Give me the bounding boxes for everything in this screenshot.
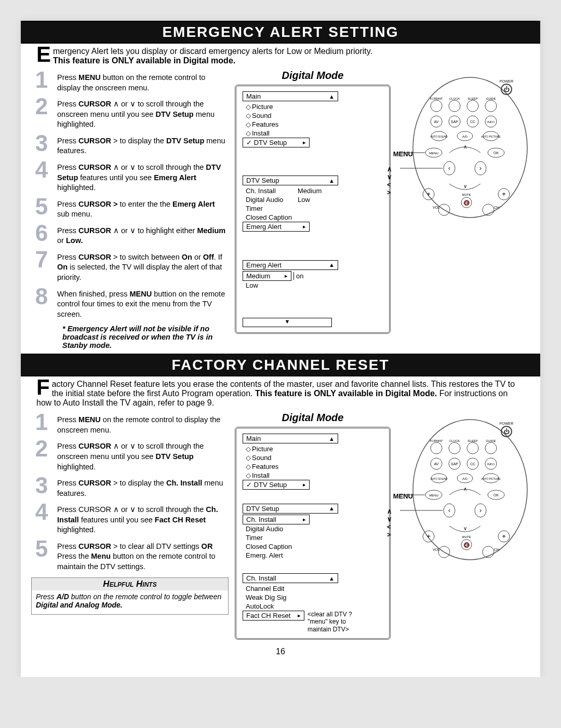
svg-point-7	[449, 100, 460, 112]
svg-text:+: +	[502, 190, 506, 198]
svg-text:MENU: MENU	[429, 494, 438, 497]
manual-page: EMERGENCY ALERT SETTING E mergency Alert…	[21, 21, 540, 677]
svg-point-5	[431, 100, 442, 112]
svg-text:FORMAT: FORMAT	[430, 97, 443, 100]
svg-text:🔇: 🔇	[463, 542, 470, 548]
step-text: Press CURSOR > to display the DTV Setup …	[57, 133, 229, 156]
right-arrow-icon: ▸	[303, 223, 306, 230]
step-number: 3	[31, 475, 52, 496]
remote-icon: POWER ⏻ FORMAT CLOCK SLEEP GUIDE AV SAP …	[400, 70, 530, 225]
step-text: Press CURSOR > to enter the the Emerg Al…	[57, 196, 229, 220]
steps-column-factory: 1 Press MENU on the remote control to di…	[31, 412, 229, 640]
step-number: 5	[31, 538, 52, 559]
step-number: 7	[31, 249, 52, 270]
svg-point-11	[485, 100, 497, 112]
intro-emergency: E mergency Alert lets you display or dis…	[21, 44, 540, 66]
emerg-alert-menu: Emerg Alert▲ Medium▸on Low	[243, 260, 383, 290]
step-number: 6	[31, 223, 52, 244]
svg-text:CLOCK: CLOCK	[449, 439, 460, 442]
helpful-hints-title: Helpful Hints	[32, 578, 228, 590]
svg-text:MUTE: MUTE	[462, 193, 471, 196]
up-arrow-icon: ▲	[329, 93, 335, 100]
dropcap: E	[36, 47, 53, 62]
page-number: 16	[21, 640, 540, 656]
step-text: Press CURSOR > to display the Ch. Instal…	[57, 475, 229, 498]
tv-screen: Main▲ ◇Picture ◇Sound ◇Features ◇Install…	[235, 85, 391, 334]
step-text: When finished, press MENU buttion on the…	[57, 286, 229, 320]
svg-text:⏻: ⏻	[504, 428, 510, 435]
svg-text:A/D: A/D	[462, 477, 468, 480]
step-text: Press CURSOR > to clear all DTV settings…	[57, 538, 229, 572]
svg-text:∧: ∧	[463, 144, 467, 150]
main-menu: Main▲ ◇Picture ◇Sound ◇Features ◇Install…	[243, 434, 383, 490]
digital-mode-title: Digital Mode	[235, 412, 391, 424]
svg-text:+: +	[502, 532, 506, 540]
svg-text:SLEEP: SLEEP	[468, 439, 477, 442]
right-arrow-icon: ▸	[303, 139, 306, 146]
svg-text:GUIDE: GUIDE	[486, 97, 496, 100]
step-number: 8	[31, 286, 52, 307]
svg-text:CH: CH	[494, 548, 499, 551]
svg-text:⏻: ⏻	[504, 86, 510, 92]
svg-text:CC: CC	[470, 120, 475, 124]
svg-text:AV: AV	[434, 462, 439, 466]
svg-point-54	[431, 442, 442, 454]
svg-text:POWER: POWER	[500, 79, 513, 83]
digital-mode-title: Digital Mode	[235, 70, 391, 82]
svg-text:POWER: POWER	[500, 422, 513, 425]
cursor-callout: ∧ ∨ < >	[387, 507, 392, 538]
steps-column-emergency: 1 Press MENU button on the remote contro…	[31, 70, 229, 349]
svg-text:∨: ∨	[463, 183, 467, 189]
svg-text:‹: ‹	[448, 507, 450, 514]
svg-text:OK: OK	[493, 151, 499, 155]
helpful-hints-body: Press A/D button on the remote control t…	[32, 590, 228, 611]
step-number: 3	[31, 133, 52, 154]
svg-text:›: ›	[479, 507, 482, 514]
step-number: 1	[31, 70, 52, 90]
svg-text:+: +	[426, 532, 431, 540]
intro-factory: F actory Channel Reset feature lets you …	[21, 376, 540, 409]
digital-mode-column-factory: Digital Mode Main▲ ◇Picture ◇Sound ◇Feat…	[235, 412, 391, 640]
dropcap: F	[36, 380, 52, 395]
svg-text:CC: CC	[470, 462, 475, 466]
dtv-setup-menu: DTV Setup▲ Ch. InstallMedium Digital Aud…	[243, 176, 383, 232]
step-number: 2	[31, 438, 52, 459]
svg-text:MUTE: MUTE	[462, 535, 471, 538]
svg-text:INFO: INFO	[487, 463, 495, 466]
step-number: 4	[31, 502, 52, 522]
remote-diagram-factory: MENU ∧ ∨ < > POWER ⏻ FORMAT CLOCK SLEEP …	[397, 412, 530, 640]
step-number: 5	[31, 196, 52, 217]
tv-screen: Main▲ ◇Picture ◇Sound ◇Features ◇Install…	[235, 427, 391, 640]
up-arrow-icon: ▲	[329, 262, 335, 268]
section-title-factory: FACTORY CHANNEL RESET	[21, 354, 540, 376]
step-text: Press CURSOR ∧ or ∨ to scroll through th…	[57, 96, 229, 130]
svg-text:GUIDE: GUIDE	[486, 439, 496, 442]
digital-mode-column-emergency: Digital Mode Main▲ ◇Picture ◇Sound ◇Feat…	[235, 70, 391, 349]
cursor-callout: ∧ ∨ < >	[387, 165, 392, 196]
up-arrow-icon: ▲	[329, 178, 335, 184]
svg-text:AV: AV	[434, 120, 439, 124]
remote-diagram-emergency: MENU ∧ ∨ < > POWER ⏻ FORMAT CLOCK SLEEP …	[397, 70, 530, 349]
svg-text:INFO: INFO	[487, 120, 495, 124]
intro-bold: This feature is ONLY available in Digita…	[53, 56, 235, 65]
svg-text:MENU: MENU	[429, 152, 438, 155]
step-text: Press CURSOR ∧ or ∨ to scroll through th…	[57, 502, 229, 535]
svg-text:SLEEP: SLEEP	[468, 97, 477, 100]
svg-text:AUTO SOUND: AUTO SOUND	[430, 135, 448, 138]
dtv-setup-menu: DTV Setup▲ Ch. Install▸ Digital Audio Ti…	[243, 504, 383, 560]
svg-text:FORMAT: FORMAT	[430, 439, 443, 442]
svg-text:AUTO SOUND: AUTO SOUND	[430, 477, 448, 480]
svg-text:CLOCK: CLOCK	[449, 97, 460, 100]
clear-note: <clear all DTV ? "menu" key to maintain …	[308, 611, 359, 633]
step-text: Press CURSOR > to switch between On or O…	[57, 249, 229, 283]
remote-icon: POWER ⏻ FORMAT CLOCK SLEEP GUIDE AV SAP …	[400, 412, 530, 568]
step-text: Press MENU button on the remote control …	[57, 70, 229, 93]
down-arrow-row: ▼	[243, 318, 332, 327]
step-text: Press CURSOR ∧ or ∨ to scroll through th…	[57, 438, 229, 472]
section-title-emergency: EMERGENCY ALERT SETTING	[21, 21, 540, 44]
svg-text:‹: ‹	[448, 165, 450, 172]
intro-bold: This feature is ONLY available in Digita…	[255, 389, 437, 398]
svg-text:AUTO PICTURE: AUTO PICTURE	[481, 477, 501, 480]
footnote: * Emergency Alert will not be visible if…	[31, 322, 229, 349]
step-text: Press CURSOR ∧ or ∨ to scroll through th…	[57, 159, 229, 193]
